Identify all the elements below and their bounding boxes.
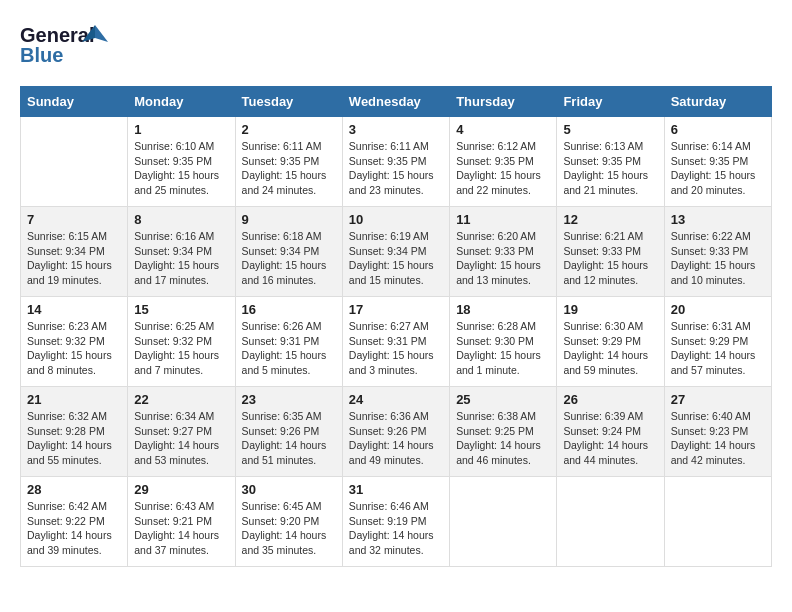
calendar-day-cell: 31Sunrise: 6:46 AMSunset: 9:19 PMDayligh… xyxy=(342,477,449,567)
day-number: 19 xyxy=(563,302,657,317)
day-info: Sunrise: 6:15 AMSunset: 9:34 PMDaylight:… xyxy=(27,229,121,288)
calendar-day-cell: 13Sunrise: 6:22 AMSunset: 9:33 PMDayligh… xyxy=(664,207,771,297)
calendar-day-cell: 4Sunrise: 6:12 AMSunset: 9:35 PMDaylight… xyxy=(450,117,557,207)
calendar-day-cell: 24Sunrise: 6:36 AMSunset: 9:26 PMDayligh… xyxy=(342,387,449,477)
day-number: 26 xyxy=(563,392,657,407)
day-number: 16 xyxy=(242,302,336,317)
day-number: 1 xyxy=(134,122,228,137)
calendar-day-cell: 11Sunrise: 6:20 AMSunset: 9:33 PMDayligh… xyxy=(450,207,557,297)
day-number: 11 xyxy=(456,212,550,227)
day-info: Sunrise: 6:26 AMSunset: 9:31 PMDaylight:… xyxy=(242,319,336,378)
day-info: Sunrise: 6:40 AMSunset: 9:23 PMDaylight:… xyxy=(671,409,765,468)
calendar-day-cell: 16Sunrise: 6:26 AMSunset: 9:31 PMDayligh… xyxy=(235,297,342,387)
calendar-week-row: 21Sunrise: 6:32 AMSunset: 9:28 PMDayligh… xyxy=(21,387,772,477)
day-info: Sunrise: 6:11 AMSunset: 9:35 PMDaylight:… xyxy=(242,139,336,198)
day-of-week-header: Saturday xyxy=(664,87,771,117)
day-info: Sunrise: 6:12 AMSunset: 9:35 PMDaylight:… xyxy=(456,139,550,198)
day-number: 30 xyxy=(242,482,336,497)
svg-text:General: General xyxy=(20,24,94,46)
day-info: Sunrise: 6:45 AMSunset: 9:20 PMDaylight:… xyxy=(242,499,336,558)
calendar-day-cell: 15Sunrise: 6:25 AMSunset: 9:32 PMDayligh… xyxy=(128,297,235,387)
calendar-day-cell xyxy=(450,477,557,567)
page-header: GeneralBlue xyxy=(20,20,772,70)
day-number: 12 xyxy=(563,212,657,227)
calendar-day-cell: 26Sunrise: 6:39 AMSunset: 9:24 PMDayligh… xyxy=(557,387,664,477)
calendar-week-row: 14Sunrise: 6:23 AMSunset: 9:32 PMDayligh… xyxy=(21,297,772,387)
day-info: Sunrise: 6:18 AMSunset: 9:34 PMDaylight:… xyxy=(242,229,336,288)
day-number: 22 xyxy=(134,392,228,407)
day-info: Sunrise: 6:25 AMSunset: 9:32 PMDaylight:… xyxy=(134,319,228,378)
day-number: 31 xyxy=(349,482,443,497)
calendar-day-cell: 6Sunrise: 6:14 AMSunset: 9:35 PMDaylight… xyxy=(664,117,771,207)
calendar-day-cell: 18Sunrise: 6:28 AMSunset: 9:30 PMDayligh… xyxy=(450,297,557,387)
calendar-day-cell: 27Sunrise: 6:40 AMSunset: 9:23 PMDayligh… xyxy=(664,387,771,477)
calendar-day-cell: 2Sunrise: 6:11 AMSunset: 9:35 PMDaylight… xyxy=(235,117,342,207)
day-number: 7 xyxy=(27,212,121,227)
calendar-day-cell: 14Sunrise: 6:23 AMSunset: 9:32 PMDayligh… xyxy=(21,297,128,387)
day-of-week-header: Monday xyxy=(128,87,235,117)
day-info: Sunrise: 6:34 AMSunset: 9:27 PMDaylight:… xyxy=(134,409,228,468)
calendar-day-cell: 19Sunrise: 6:30 AMSunset: 9:29 PMDayligh… xyxy=(557,297,664,387)
day-info: Sunrise: 6:19 AMSunset: 9:34 PMDaylight:… xyxy=(349,229,443,288)
calendar-day-cell: 8Sunrise: 6:16 AMSunset: 9:34 PMDaylight… xyxy=(128,207,235,297)
calendar-day-cell: 28Sunrise: 6:42 AMSunset: 9:22 PMDayligh… xyxy=(21,477,128,567)
day-info: Sunrise: 6:35 AMSunset: 9:26 PMDaylight:… xyxy=(242,409,336,468)
day-number: 27 xyxy=(671,392,765,407)
calendar-day-cell: 10Sunrise: 6:19 AMSunset: 9:34 PMDayligh… xyxy=(342,207,449,297)
calendar-day-cell: 22Sunrise: 6:34 AMSunset: 9:27 PMDayligh… xyxy=(128,387,235,477)
day-info: Sunrise: 6:16 AMSunset: 9:34 PMDaylight:… xyxy=(134,229,228,288)
day-info: Sunrise: 6:30 AMSunset: 9:29 PMDaylight:… xyxy=(563,319,657,378)
day-number: 4 xyxy=(456,122,550,137)
day-number: 18 xyxy=(456,302,550,317)
calendar-week-row: 1Sunrise: 6:10 AMSunset: 9:35 PMDaylight… xyxy=(21,117,772,207)
day-info: Sunrise: 6:11 AMSunset: 9:35 PMDaylight:… xyxy=(349,139,443,198)
day-of-week-header: Sunday xyxy=(21,87,128,117)
day-number: 24 xyxy=(349,392,443,407)
day-number: 21 xyxy=(27,392,121,407)
day-info: Sunrise: 6:14 AMSunset: 9:35 PMDaylight:… xyxy=(671,139,765,198)
day-info: Sunrise: 6:38 AMSunset: 9:25 PMDaylight:… xyxy=(456,409,550,468)
day-info: Sunrise: 6:43 AMSunset: 9:21 PMDaylight:… xyxy=(134,499,228,558)
calendar-day-cell: 17Sunrise: 6:27 AMSunset: 9:31 PMDayligh… xyxy=(342,297,449,387)
day-number: 10 xyxy=(349,212,443,227)
calendar-day-cell: 20Sunrise: 6:31 AMSunset: 9:29 PMDayligh… xyxy=(664,297,771,387)
day-number: 14 xyxy=(27,302,121,317)
day-number: 3 xyxy=(349,122,443,137)
calendar-day-cell: 21Sunrise: 6:32 AMSunset: 9:28 PMDayligh… xyxy=(21,387,128,477)
day-number: 20 xyxy=(671,302,765,317)
day-number: 23 xyxy=(242,392,336,407)
calendar-day-cell: 9Sunrise: 6:18 AMSunset: 9:34 PMDaylight… xyxy=(235,207,342,297)
calendar-week-row: 7Sunrise: 6:15 AMSunset: 9:34 PMDaylight… xyxy=(21,207,772,297)
calendar-day-cell xyxy=(664,477,771,567)
day-number: 2 xyxy=(242,122,336,137)
calendar-day-cell: 25Sunrise: 6:38 AMSunset: 9:25 PMDayligh… xyxy=(450,387,557,477)
calendar-day-cell: 23Sunrise: 6:35 AMSunset: 9:26 PMDayligh… xyxy=(235,387,342,477)
day-info: Sunrise: 6:39 AMSunset: 9:24 PMDaylight:… xyxy=(563,409,657,468)
day-number: 17 xyxy=(349,302,443,317)
calendar-day-cell: 3Sunrise: 6:11 AMSunset: 9:35 PMDaylight… xyxy=(342,117,449,207)
day-info: Sunrise: 6:23 AMSunset: 9:32 PMDaylight:… xyxy=(27,319,121,378)
day-info: Sunrise: 6:31 AMSunset: 9:29 PMDaylight:… xyxy=(671,319,765,378)
day-of-week-header: Wednesday xyxy=(342,87,449,117)
calendar-day-cell xyxy=(21,117,128,207)
day-info: Sunrise: 6:46 AMSunset: 9:19 PMDaylight:… xyxy=(349,499,443,558)
calendar-header-row: SundayMondayTuesdayWednesdayThursdayFrid… xyxy=(21,87,772,117)
logo-svg: GeneralBlue xyxy=(20,20,110,70)
calendar-day-cell: 29Sunrise: 6:43 AMSunset: 9:21 PMDayligh… xyxy=(128,477,235,567)
calendar-day-cell: 7Sunrise: 6:15 AMSunset: 9:34 PMDaylight… xyxy=(21,207,128,297)
calendar-day-cell: 5Sunrise: 6:13 AMSunset: 9:35 PMDaylight… xyxy=(557,117,664,207)
day-of-week-header: Tuesday xyxy=(235,87,342,117)
day-number: 15 xyxy=(134,302,228,317)
day-number: 28 xyxy=(27,482,121,497)
day-of-week-header: Thursday xyxy=(450,87,557,117)
day-info: Sunrise: 6:20 AMSunset: 9:33 PMDaylight:… xyxy=(456,229,550,288)
calendar-day-cell: 30Sunrise: 6:45 AMSunset: 9:20 PMDayligh… xyxy=(235,477,342,567)
day-info: Sunrise: 6:27 AMSunset: 9:31 PMDaylight:… xyxy=(349,319,443,378)
day-number: 8 xyxy=(134,212,228,227)
day-info: Sunrise: 6:21 AMSunset: 9:33 PMDaylight:… xyxy=(563,229,657,288)
calendar-day-cell xyxy=(557,477,664,567)
day-info: Sunrise: 6:42 AMSunset: 9:22 PMDaylight:… xyxy=(27,499,121,558)
day-number: 9 xyxy=(242,212,336,227)
calendar-week-row: 28Sunrise: 6:42 AMSunset: 9:22 PMDayligh… xyxy=(21,477,772,567)
day-info: Sunrise: 6:13 AMSunset: 9:35 PMDaylight:… xyxy=(563,139,657,198)
